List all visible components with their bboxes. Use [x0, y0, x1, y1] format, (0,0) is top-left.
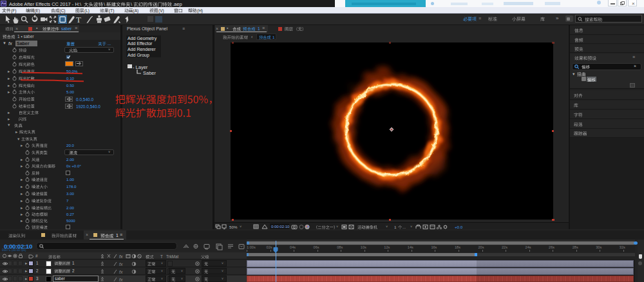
svg-text:fx: fx	[119, 262, 123, 267]
svg-text:fx: fx	[119, 277, 123, 282]
svg-text:fx: fx	[119, 254, 123, 259]
svg-text:fx: fx	[119, 270, 123, 274]
svg-text:T: T	[76, 15, 81, 24]
